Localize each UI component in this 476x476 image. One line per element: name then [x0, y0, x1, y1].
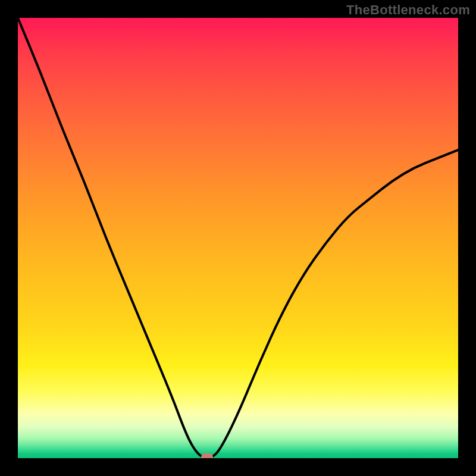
- bottleneck-curve: [18, 18, 458, 458]
- chart-frame: TheBottleneck.com: [0, 0, 476, 476]
- plot-area: [18, 18, 458, 458]
- optimal-point-marker: [201, 453, 213, 458]
- watermark-text: TheBottleneck.com: [346, 2, 470, 18]
